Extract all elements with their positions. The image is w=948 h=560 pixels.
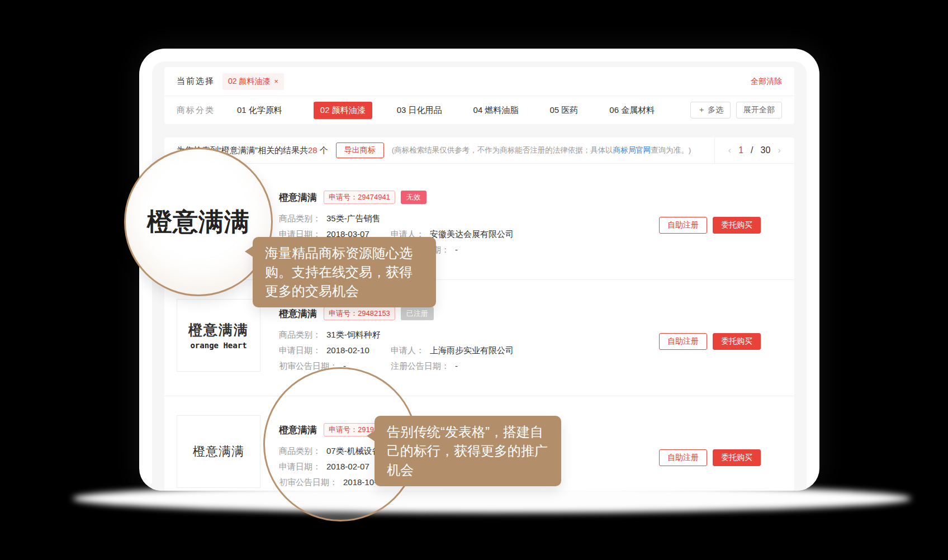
self-register-button[interactable]: 自助注册 <box>659 333 707 350</box>
entrusted-purchase-button[interactable]: 委托购买 <box>713 449 761 466</box>
status-badge: 无效 <box>401 191 426 204</box>
selected-filter-tag-text: 02 颜料油漆 <box>228 77 270 87</box>
promo-tooltip-storefront: 告别传统“发表格”，搭建自己的标行，获得更多的推广机会 <box>375 416 561 486</box>
disclaimer-pre: (商标检索结果仅供参考，不作为商标能否注册的法律依据；具体以 <box>392 146 613 154</box>
field-value: 上海雨步实业有限公司 <box>430 345 514 356</box>
multi-select-button[interactable]: ＋ 多选 <box>690 102 731 118</box>
disclaimer-text: (商标检索结果仅供参考，不作为商标能否注册的法律依据；具体以商标局官网查询为准。… <box>392 145 691 155</box>
clear-all-button[interactable]: 全部清除 <box>751 77 782 87</box>
selected-filter-tag[interactable]: 02 颜料油漆 × <box>222 73 284 90</box>
page-separator: / <box>751 145 753 155</box>
current-selection-row: 当前选择 02 颜料油漆 × 全部清除 <box>164 67 794 96</box>
row-actions: 自助注册 委托购买 <box>659 217 761 234</box>
category-item-04[interactable]: 04 燃料油脂 <box>473 105 519 116</box>
field-label: 注册公告日期： <box>391 360 449 372</box>
row-actions: 自助注册 委托购买 <box>659 449 761 466</box>
results-header: 为您检索到“橙意满满”相关的结果共28 个 导出商标 (商标检索结果仅供参考，不… <box>164 137 794 164</box>
filter-card: 当前选择 02 颜料油漆 × 全部清除 商标分类 01 化学原料 02 颜料油漆… <box>164 67 794 124</box>
field-value: - <box>455 360 458 372</box>
category-item-05[interactable]: 05 医药 <box>549 105 578 116</box>
trademark-name[interactable]: 橙意满满 <box>279 191 317 204</box>
field-pair: 申请日期： 2018-02-10 <box>279 345 391 356</box>
total-pages: 30 <box>761 145 771 155</box>
prev-page-icon[interactable]: ‹ <box>728 145 732 156</box>
trademark-image-text: 橙意满满 <box>188 321 249 339</box>
self-register-button[interactable]: 自助注册 <box>659 449 707 466</box>
field-value: 2018-02-10 <box>326 345 369 356</box>
screenshot-stage: 当前选择 02 颜料油漆 × 全部清除 商标分类 01 化学原料 02 颜料油漆… <box>0 0 948 560</box>
promo-tooltip-marketplace: 海量精品商标资源随心选购。支持在线交易，获得更多的交易机会 <box>253 237 436 307</box>
trademark-image[interactable]: 橙意满满 <box>177 415 260 488</box>
category-actions: ＋ 多选 展开全部 <box>690 102 782 118</box>
trademark-image-subtext: orange Heart <box>190 341 247 350</box>
remove-filter-icon[interactable]: × <box>274 77 278 86</box>
category-row: 商标分类 01 化学原料 02 颜料油漆 03 日化用品 04 燃料油脂 05 … <box>164 96 794 124</box>
disclaimer-post: 查询为准。) <box>651 146 691 154</box>
field-value: 安徽美达会展有限公司 <box>430 229 514 240</box>
current-page: 1 <box>738 145 743 155</box>
current-selection-label: 当前选择 <box>177 76 215 87</box>
field-value: - <box>455 244 458 255</box>
trademark-title-line: 橙意满满 申请号：29482153 已注册 <box>279 307 782 320</box>
field-value: 35类-广告销售 <box>326 213 381 224</box>
trademark-image[interactable]: 橙意满满 orange Heart <box>177 299 260 372</box>
application-number-badge: 申请号：29474941 <box>324 191 395 204</box>
category-item-03[interactable]: 03 日化用品 <box>397 105 442 116</box>
field-pair: 注册公告日期： - <box>391 360 458 372</box>
category-item-06[interactable]: 06 金属材料 <box>609 105 655 116</box>
self-register-button[interactable]: 自助注册 <box>659 217 707 234</box>
trademark-name[interactable]: 橙意满满 <box>279 307 317 320</box>
category-item-01[interactable]: 01 化学原料 <box>237 105 282 116</box>
application-number-badge: 申请号：29482153 <box>324 307 395 320</box>
expand-all-button[interactable]: 展开全部 <box>736 102 782 118</box>
trademark-image-text: 橙意满满 <box>193 443 244 460</box>
pagination: ‹ 1 / 30 › <box>714 137 795 163</box>
category-item-02-selected[interactable]: 02 颜料油漆 <box>314 102 372 119</box>
results-count-number: 28 <box>308 145 317 155</box>
entrusted-purchase-button[interactable]: 委托购买 <box>713 217 761 234</box>
next-page-icon[interactable]: › <box>778 145 781 156</box>
field-label: 商品类别： <box>279 329 321 340</box>
trademark-office-link[interactable]: 商标局官网 <box>613 146 651 154</box>
field-value: 31类-饲料种籽 <box>326 329 381 340</box>
export-trademarks-button[interactable]: 导出商标 <box>336 143 384 158</box>
field-label: 商品类别： <box>279 213 321 224</box>
status-badge: 已注册 <box>401 307 434 320</box>
category-row-label: 商标分类 <box>177 105 215 116</box>
field-label: 申请日期： <box>279 345 321 356</box>
magnifier-circle-top: 橙意满满 <box>124 148 273 296</box>
field-label: 申请人： <box>391 345 424 356</box>
row-actions: 自助注册 委托购买 <box>659 333 761 350</box>
entrusted-purchase-button[interactable]: 委托购买 <box>713 333 761 350</box>
field-pair: 申请人： 上海雨步实业有限公司 <box>391 345 514 356</box>
results-count-suffix: 个 <box>317 145 328 155</box>
trademark-title-line: 橙意满满 申请号：29474941 无效 <box>279 191 782 204</box>
magnified-trademark-text: 橙意满满 <box>147 205 250 239</box>
